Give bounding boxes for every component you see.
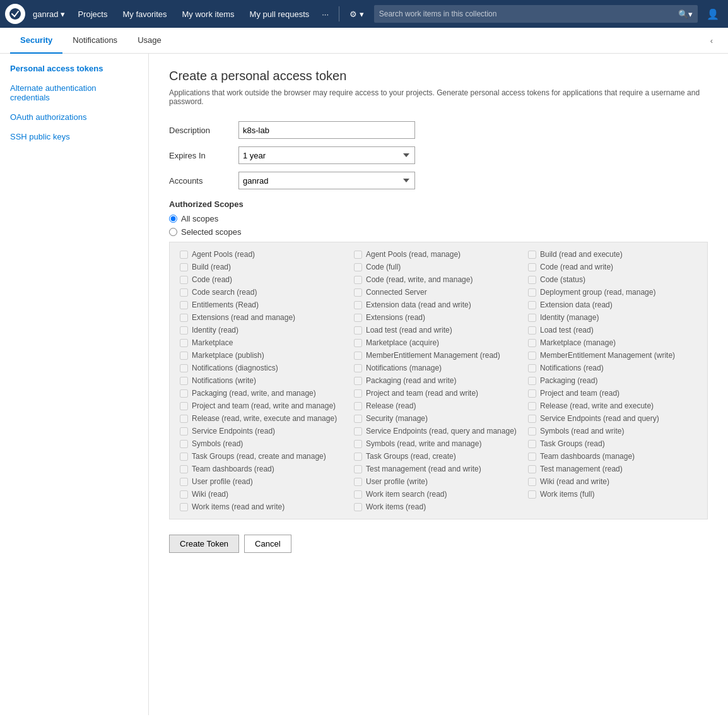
scope-checkbox[interactable]	[354, 326, 362, 335]
scope-checkbox[interactable]	[528, 402, 536, 410]
scope-checkbox[interactable]	[354, 314, 362, 322]
scope-checkbox[interactable]	[528, 301, 536, 309]
scope-checkbox[interactable]	[180, 503, 188, 511]
scope-checkbox[interactable]	[180, 301, 188, 309]
scope-checkbox[interactable]	[528, 478, 536, 486]
scope-checkbox[interactable]	[354, 478, 362, 486]
scope-checkbox[interactable]	[180, 352, 188, 360]
scope-checkbox[interactable]	[354, 503, 362, 511]
scope-checkbox[interactable]	[528, 314, 536, 322]
accounts-select[interactable]: ganrad All accessible accounts	[238, 172, 415, 189]
nav-projects[interactable]: Projects	[70, 0, 115, 28]
scope-checkbox[interactable]	[528, 326, 536, 335]
search-input[interactable]	[379, 9, 678, 18]
settings-button[interactable]: ⚙ ▾	[344, 9, 369, 19]
scope-checkbox[interactable]	[528, 490, 536, 499]
scope-checkbox[interactable]	[354, 288, 362, 297]
scope-checkbox[interactable]	[180, 402, 188, 410]
scope-checkbox[interactable]	[180, 314, 188, 322]
scope-checkbox[interactable]	[528, 352, 536, 360]
scope-checkbox[interactable]	[180, 364, 188, 372]
user-icon[interactable]: 👤	[703, 8, 723, 20]
scope-label: Task Groups (read)	[540, 439, 605, 448]
scope-item: Team dashboards (manage)	[528, 452, 697, 461]
account-switcher[interactable]: ganrad ▾	[28, 9, 70, 19]
scope-checkbox[interactable]	[354, 276, 362, 284]
scope-checkbox[interactable]	[528, 389, 536, 398]
scope-checkbox[interactable]	[180, 276, 188, 284]
scope-item: Project and team (read and write)	[354, 389, 523, 398]
scope-checkbox[interactable]	[354, 490, 362, 499]
scope-checkbox[interactable]	[180, 415, 188, 423]
collapse-button[interactable]: ‹	[705, 31, 718, 50]
expires-select[interactable]: 1 year 30 days 90 days 180 days 2 years …	[238, 146, 415, 164]
tab-usage[interactable]: Usage	[127, 28, 172, 54]
scope-checkbox[interactable]	[528, 251, 536, 259]
sidebar-item-oauth[interactable]: OAuth authorizations	[0, 107, 148, 127]
scope-checkbox[interactable]	[180, 453, 188, 461]
scope-item: Symbols (read and write)	[528, 427, 697, 436]
scope-checkbox[interactable]	[528, 415, 536, 423]
description-input[interactable]	[238, 121, 415, 139]
scope-checkbox[interactable]	[354, 402, 362, 410]
scope-checkbox[interactable]	[354, 352, 362, 360]
nav-pull-requests[interactable]: My pull requests	[242, 0, 317, 28]
scope-checkbox[interactable]	[354, 415, 362, 423]
scope-item: Team dashboards (read)	[180, 465, 349, 473]
scope-checkbox[interactable]	[354, 339, 362, 347]
nav-more[interactable]: ···	[317, 9, 334, 19]
scope-checkbox[interactable]	[180, 478, 188, 486]
search-bar[interactable]: 🔍 ▾	[374, 5, 698, 23]
scope-checkbox[interactable]	[354, 427, 362, 436]
scope-checkbox[interactable]	[180, 288, 188, 297]
scope-item: Packaging (read and write)	[354, 376, 523, 385]
scope-checkbox[interactable]	[354, 364, 362, 372]
scope-checkbox[interactable]	[180, 263, 188, 271]
radio-selected-scopes-input[interactable]	[169, 228, 177, 236]
scope-item: MemberEntitlement Management (write)	[528, 351, 697, 360]
scope-checkbox[interactable]	[528, 465, 536, 473]
tab-notifications[interactable]: Notifications	[62, 28, 127, 54]
scope-checkbox[interactable]	[180, 251, 188, 259]
scope-checkbox[interactable]	[180, 389, 188, 398]
scope-checkbox[interactable]	[528, 364, 536, 372]
scope-checkbox[interactable]	[528, 288, 536, 297]
scope-label: Notifications (read)	[540, 364, 604, 372]
scope-checkbox[interactable]	[528, 377, 536, 385]
scope-checkbox[interactable]	[528, 440, 536, 448]
scope-checkbox[interactable]	[354, 251, 362, 259]
scope-checkbox[interactable]	[528, 263, 536, 271]
scope-checkbox[interactable]	[180, 377, 188, 385]
tab-security[interactable]: Security	[10, 28, 62, 54]
scope-item: Code search (read)	[180, 288, 349, 297]
nav-favorites[interactable]: My favorites	[115, 0, 174, 28]
scope-item: Packaging (read)	[528, 376, 697, 385]
scope-checkbox[interactable]	[180, 490, 188, 499]
scope-checkbox[interactable]	[354, 465, 362, 473]
scope-checkbox[interactable]	[180, 440, 188, 448]
create-token-button[interactable]: Create Token	[169, 535, 239, 553]
scope-checkbox[interactable]	[354, 301, 362, 309]
scope-checkbox[interactable]	[354, 453, 362, 461]
scope-checkbox[interactable]	[528, 453, 536, 461]
sidebar-item-alternate-auth[interactable]: Alternate authentication credentials	[0, 78, 148, 107]
nav-right: 👤	[703, 8, 723, 20]
scope-checkbox[interactable]	[180, 427, 188, 436]
scope-checkbox[interactable]	[180, 465, 188, 473]
scope-checkbox[interactable]	[354, 263, 362, 271]
scope-checkbox[interactable]	[180, 326, 188, 335]
cancel-button[interactable]: Cancel	[244, 535, 291, 553]
scope-checkbox[interactable]	[528, 276, 536, 284]
scope-checkbox[interactable]	[354, 389, 362, 398]
scope-checkbox[interactable]	[354, 377, 362, 385]
sidebar-item-personal-access-tokens[interactable]: Personal access tokens	[0, 59, 148, 78]
scope-checkbox[interactable]	[180, 339, 188, 347]
top-nav: ganrad ▾ Projects My favorites My work i…	[0, 0, 728, 28]
radio-all-scopes-input[interactable]	[169, 215, 177, 223]
scope-checkbox[interactable]	[528, 427, 536, 436]
sidebar-item-ssh-keys[interactable]: SSH public keys	[0, 127, 148, 146]
nav-work-items[interactable]: My work items	[175, 0, 242, 28]
scope-label: Build (read)	[192, 263, 231, 271]
scope-checkbox[interactable]	[528, 339, 536, 347]
scope-checkbox[interactable]	[354, 440, 362, 448]
